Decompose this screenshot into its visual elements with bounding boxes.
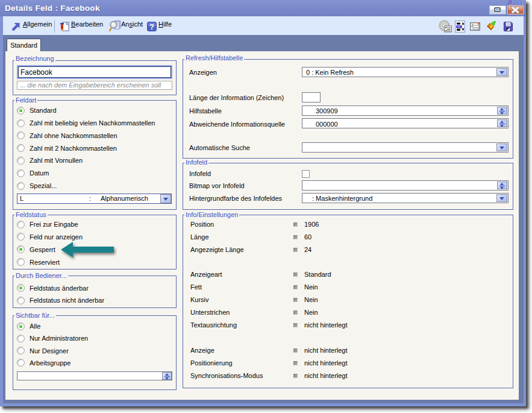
svg-text:?: ? [149,22,154,31]
